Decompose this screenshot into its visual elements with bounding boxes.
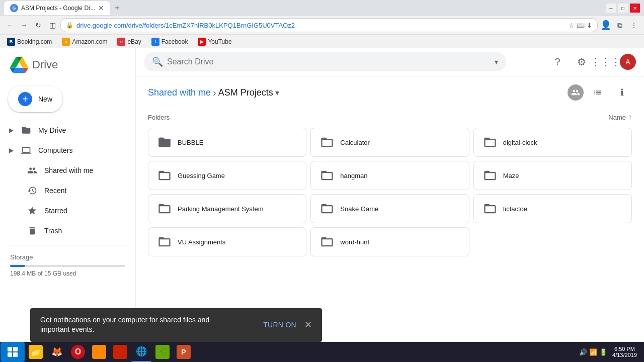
new-tab-button[interactable]: + <box>114 3 120 14</box>
recent-icon <box>26 185 38 197</box>
start-button[interactable] <box>1 342 25 362</box>
folder-tictactoe[interactable]: tictactoe <box>473 194 632 223</box>
folder-icon-11 <box>319 234 335 250</box>
download-icon[interactable]: ⬇ <box>587 22 592 29</box>
minimize-button[interactable]: ─ <box>606 4 616 13</box>
folder-name-parking: Parking Management System <box>178 205 264 213</box>
youtube-icon: ▶ <box>198 38 206 46</box>
maximize-button[interactable]: □ <box>618 4 628 13</box>
search-options-icon[interactable]: ▾ <box>495 58 498 66</box>
taskbar-app5[interactable] <box>110 342 130 362</box>
folder-hangman[interactable]: hangman <box>310 161 469 190</box>
user-avatar[interactable]: A <box>620 54 636 70</box>
extensions-menu[interactable]: ⧉ <box>614 19 626 31</box>
bookmark-youtube[interactable]: ▶ YouTube <box>195 37 234 47</box>
reader-mode[interactable]: 📖 <box>577 22 585 29</box>
notification-bar: Get notifications on your computer for s… <box>30 308 322 342</box>
shared-people-icon[interactable] <box>568 84 584 101</box>
sidebar-item-my-drive[interactable]: ▶ My Drive <box>0 120 129 140</box>
back-button[interactable]: ← <box>4 19 16 31</box>
taskbar-chrome[interactable]: 🌐 <box>131 342 151 362</box>
close-button[interactable]: ✕ <box>630 4 640 13</box>
sidebar-item-starred[interactable]: Starred <box>0 201 129 221</box>
forward-button[interactable]: → <box>18 19 30 31</box>
starred-icon <box>26 205 38 217</box>
app-title: Drive <box>32 58 58 71</box>
tray-icon-1: 🔊 <box>579 348 587 356</box>
help-button[interactable]: ? <box>547 52 568 72</box>
folder-guessing-game[interactable]: Guessing Game <box>148 161 306 190</box>
new-plus-icon: + <box>18 92 32 106</box>
taskbar-app7[interactable]: 🌿 <box>152 342 173 362</box>
breadcrumb-arrow: › <box>213 87 216 99</box>
folder-snake-game[interactable]: Snake Game <box>310 194 469 223</box>
sidebar-item-trash[interactable]: Trash <box>0 221 129 241</box>
list-view-button[interactable] <box>588 82 608 103</box>
turn-on-button[interactable]: TURN ON <box>263 321 296 329</box>
taskbar-firefox[interactable]: 🦊 <box>47 342 67 362</box>
sidebar-item-computers[interactable]: ▶ Computers <box>0 140 129 160</box>
info-button[interactable]: ℹ <box>612 82 632 103</box>
start-square-1 <box>8 347 12 351</box>
section-title: Folders <box>148 114 170 121</box>
search-input[interactable] <box>167 57 491 66</box>
settings-button[interactable]: ⚙ <box>572 52 592 72</box>
start-square-3 <box>8 352 12 357</box>
tray-clock: 6:50 PM <box>614 346 635 352</box>
taskbar-powerpoint[interactable]: P <box>174 342 194 362</box>
taskbar-file-explorer[interactable]: 📁 <box>26 342 46 362</box>
content-area: Shared with me › ASM Projects ▾ ℹ <box>136 76 644 342</box>
profile-button[interactable]: 👤 <box>600 19 612 31</box>
bookmark-amazon[interactable]: a Amazon.com <box>59 37 110 47</box>
bookmark-ebay[interactable]: e eBay <box>114 37 144 47</box>
folder-word-hunt[interactable]: word-hunt <box>310 227 469 256</box>
new-button[interactable]: + New <box>8 86 62 112</box>
folder-icon-7 <box>156 201 173 217</box>
notification-actions: TURN ON ✕ <box>263 319 312 330</box>
breadcrumb-shared-link[interactable]: Shared with me <box>148 87 211 98</box>
folder-name-calculator: Calculator <box>340 139 370 146</box>
app-logo: Drive <box>0 48 135 82</box>
start-icon <box>8 347 18 357</box>
my-drive-icon <box>20 124 32 136</box>
tab-favicon: G <box>10 4 18 12</box>
address-bar[interactable]: 🔒 drive.google.com/drive/folders/1cEmZX7… <box>60 18 598 32</box>
notification-close-button[interactable]: ✕ <box>304 319 312 330</box>
breadcrumb-dropdown-icon[interactable]: ▾ <box>275 88 279 98</box>
folder-bubble[interactable]: BUBBLE <box>148 128 306 157</box>
bookmark-facebook[interactable]: f Facebook <box>148 37 191 47</box>
tab-close-button[interactable]: ✕ <box>98 4 104 12</box>
app7-icon: 🌿 <box>155 345 170 359</box>
breadcrumb-current-label: ASM Projects <box>218 87 273 98</box>
facebook-icon: f <box>151 38 159 46</box>
tab-title: ASM Projects - Google Dr... <box>21 5 95 12</box>
storage-label: Storage <box>10 253 125 261</box>
taskbar: 📁 🦊 O 🌐 🌿 P 🔊 📶 🔋 6:50 PM 4/13/2019 <box>0 342 644 362</box>
folder-digital-clock[interactable]: digital-clock <box>473 128 632 157</box>
folder-maze[interactable]: Maze <box>473 161 632 190</box>
bookmark-star[interactable]: ☆ <box>569 22 575 29</box>
folder-name-bubble: BUBBLE <box>178 139 203 146</box>
sort-button[interactable]: Name ↑ <box>608 113 632 122</box>
app4-icon <box>92 345 106 359</box>
folder-name-guessing-game: Guessing Game <box>178 172 225 179</box>
sidebar-item-shared[interactable]: Shared with me <box>0 160 129 180</box>
folder-name-hangman: hangman <box>340 172 367 179</box>
sidebar-item-my-drive-label: My Drive <box>38 126 66 134</box>
folder-parking[interactable]: Parking Management System <box>148 194 306 223</box>
taskbar-app4[interactable] <box>89 342 109 362</box>
sidebar-item-recent[interactable]: Recent <box>0 180 129 201</box>
apps-button[interactable]: ⋮⋮⋮ <box>596 52 616 72</box>
folder-calculator[interactable]: Calculator <box>310 128 469 157</box>
bookmark-booking[interactable]: B Booking.com <box>4 37 55 47</box>
sidebar-item-trash-label: Trash <box>44 227 62 235</box>
folders-grid: BUBBLE Calculator digital-clock <box>136 128 644 268</box>
search-box[interactable]: 🔍 ▾ <box>144 52 506 71</box>
folder-vu-assignments[interactable]: VU Assignments <box>148 227 306 256</box>
extensions-button[interactable]: ◫ <box>46 19 58 31</box>
taskbar-opera[interactable]: O <box>68 342 88 362</box>
active-tab[interactable]: G ASM Projects - Google Dr... ✕ <box>4 1 110 15</box>
refresh-button[interactable]: ↻ <box>32 19 44 31</box>
chrome-icon: 🌐 <box>134 344 148 358</box>
browser-menu[interactable]: ⋮ <box>628 19 640 31</box>
